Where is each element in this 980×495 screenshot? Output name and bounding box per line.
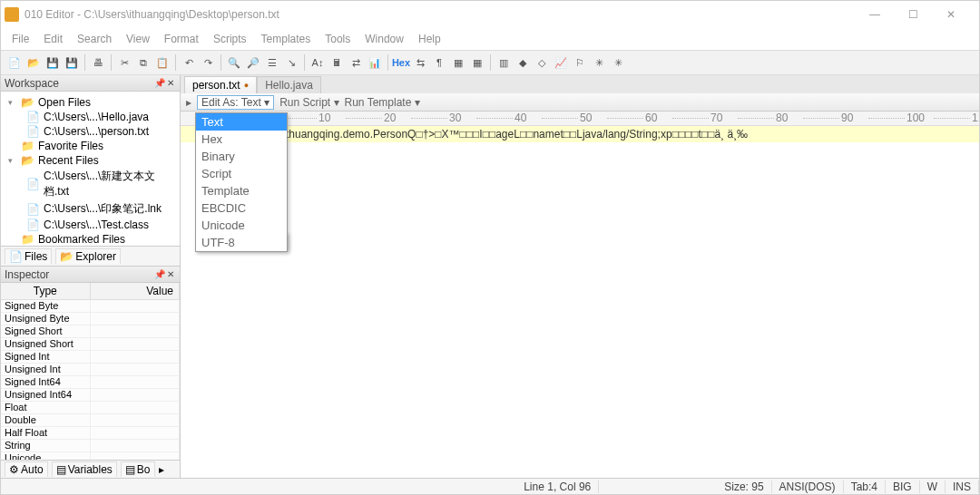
group-bookmarked-files[interactable]: 📁Bookmarked Files [1,232,180,246]
save-icon[interactable]: 💾 [44,54,61,71]
file-item[interactable]: 📄C:\Users\...\person.txt [1,124,180,139]
histogram-icon[interactable]: 📊 [367,54,383,71]
status-enc[interactable]: ANSI(DOS) [772,480,844,493]
inspector-row[interactable]: Signed Byte [1,300,180,313]
tab-auto[interactable]: ⚙ Auto [5,461,48,477]
file-tabs: person.txt ● Hello.java [181,75,979,93]
a-icon[interactable]: A↕ [309,54,326,71]
save-all-icon[interactable]: 💾 [64,54,80,71]
pin-icon[interactable]: 📌 [154,78,165,88]
flag-icon[interactable]: ⚐ [572,54,588,71]
cut-icon[interactable]: ✂ [116,54,132,71]
file-item[interactable]: 📄C:\Users\...\Test.class [1,218,180,232]
blue-square-icon[interactable]: ▥ [495,54,512,71]
inspector-row[interactable]: Unsigned Int [1,364,180,376]
calc-icon[interactable]: 🖩 [328,54,345,71]
panel-close-icon[interactable]: ✕ [165,78,176,88]
pin-icon[interactable]: 📌 [154,269,165,279]
replace-icon[interactable]: ☰ [264,54,280,71]
dd-unicode[interactable]: Unicode [196,217,287,234]
find-icon[interactable]: 🔍 [226,54,242,71]
col-type[interactable]: Type [1,283,91,299]
dd-utf8[interactable]: UTF-8 [196,234,287,251]
maximize-button[interactable]: ☐ [899,8,926,21]
dd-hex[interactable]: Hex [196,131,287,148]
file-item[interactable]: 📄C:\Users\...\Hello.java [1,110,180,124]
menu-help[interactable]: Help [415,31,445,47]
text-area[interactable]: .ithuangqing.demo.PersonQ□†>□X™□□□I□□age… [181,126,979,478]
inspector-row[interactable]: Signed Short [1,325,180,338]
tab-bookmarks[interactable]: ▤ Bo [121,461,155,477]
menu-search[interactable]: Search [74,31,115,47]
print-icon[interactable]: 🖶 [90,54,106,71]
inspector-row[interactable]: Unicode [1,452,180,460]
redo-icon[interactable]: ↷ [200,54,216,71]
new-icon[interactable]: 📄 [6,54,23,71]
menu-edit[interactable]: Edit [40,31,66,47]
shapes-icon[interactable]: ◆ [514,54,531,71]
gear-icon[interactable]: ✳ [591,54,607,71]
goto-icon[interactable]: ↘ [283,54,299,71]
run-script-combo[interactable]: Run Script ▾ [279,96,338,109]
menu-format[interactable]: Format [161,31,202,47]
panel-close-icon[interactable]: ✕ [165,269,176,279]
find-next-icon[interactable]: 🔎 [245,54,261,71]
tab-person-txt[interactable]: person.txt ● [184,76,257,93]
file-item[interactable]: 📄C:\Users\...\印象笔记.lnk [1,200,180,218]
dd-ebcdic[interactable]: EBCDIC [196,199,287,217]
gear2-icon[interactable]: ✳ [610,54,626,71]
status-ins[interactable]: INS [946,480,979,493]
bookmark-icon[interactable]: ¶ [431,54,447,71]
edit-as-combo[interactable]: Edit As: Text ▾ [197,95,274,110]
chart-icon[interactable]: 📈 [553,54,569,71]
shapes2-icon[interactable]: ◇ [534,54,550,71]
inspector-row[interactable]: Unsigned Short [1,338,180,351]
menu-view[interactable]: View [122,31,153,47]
close-button[interactable]: ✕ [937,8,965,21]
inspector-row[interactable]: Double [1,414,180,427]
swap-icon[interactable]: ⇆ [412,54,428,71]
dd-template[interactable]: Template [196,182,287,199]
inspector-row[interactable]: Signed Int [1,351,180,364]
inspector-row[interactable]: String [1,440,180,452]
grid2-icon[interactable]: ▦ [469,54,485,71]
menu-templates[interactable]: Templates [258,31,315,47]
hex-label-icon[interactable]: Hex [393,54,409,71]
menu-scripts[interactable]: Scripts [210,31,250,47]
dd-binary[interactable]: Binary [196,148,287,165]
text-line[interactable]: .ithuangqing.demo.PersonQ□†>□X™□□□I□□age… [181,126,979,142]
copy-icon[interactable]: ⧉ [135,54,152,71]
inspector-row[interactable]: Half Float [1,427,180,440]
group-open-files[interactable]: ▾📂Open Files [1,95,180,110]
status-endian[interactable]: BIG [886,480,920,493]
status-tab[interactable]: Tab:4 [844,480,886,493]
inspector-header: Inspector 📌 ✕ [1,267,180,283]
tab-variables[interactable]: ▤ Variables [52,461,117,477]
inspector-row[interactable]: Float [1,402,180,414]
tab-explorer[interactable]: 📂 Explorer [55,248,121,264]
col-value[interactable]: Value [91,283,181,299]
open-icon[interactable]: 📂 [25,54,42,71]
dd-script[interactable]: Script [196,165,287,182]
status-mode[interactable]: W [920,480,946,493]
group-favorite-files[interactable]: 📁Favorite Files [1,139,180,153]
inspector-row[interactable]: Signed Int64 [1,376,180,389]
inspector-row[interactable]: Unsigned Byte [1,313,180,325]
minimize-button[interactable]: — [861,8,888,21]
grid-icon[interactable]: ▦ [450,54,466,71]
undo-icon[interactable]: ↶ [181,54,197,71]
menu-tools[interactable]: Tools [321,31,354,47]
tab-hello-java[interactable]: Hello.java [257,76,321,93]
paste-icon[interactable]: 📋 [154,54,171,71]
scroll-right-icon[interactable]: ▸ [159,463,164,476]
run-template-combo[interactable]: Run Template ▾ [345,96,420,109]
compare-icon[interactable]: ⇄ [348,54,364,71]
menu-window[interactable]: Window [361,31,407,47]
menu-file[interactable]: File [8,31,33,47]
inspector-row[interactable]: Unsigned Int64 [1,389,180,402]
file-item[interactable]: 📄C:\Users\...\新建文本文档.txt [1,168,180,200]
group-recent-files[interactable]: ▾📂Recent Files [1,153,180,168]
tab-files[interactable]: 📄 Files [5,248,52,264]
workspace-title: Workspace [5,77,59,90]
dd-text[interactable]: Text [196,113,287,131]
